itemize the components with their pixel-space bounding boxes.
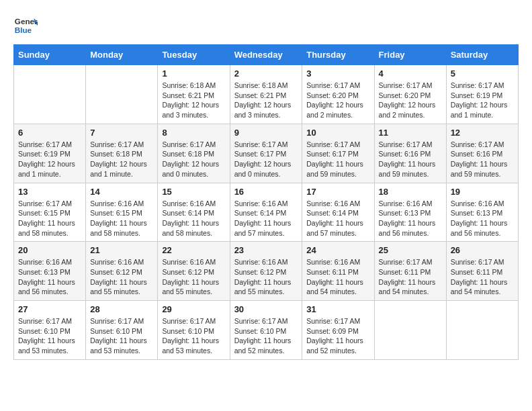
calendar-cell: 22Sunrise: 6:16 AM Sunset: 6:12 PM Dayli… — [158, 242, 230, 301]
calendar-cell: 12Sunrise: 6:17 AM Sunset: 6:16 PM Dayli… — [446, 124, 518, 183]
calendar-cell: 28Sunrise: 6:17 AM Sunset: 6:10 PM Dayli… — [86, 301, 158, 360]
day-detail: Sunrise: 6:16 AM Sunset: 6:12 PM Dayligh… — [234, 257, 298, 297]
day-number: 7 — [90, 128, 153, 138]
day-detail: Sunrise: 6:17 AM Sunset: 6:19 PM Dayligh… — [451, 81, 514, 120]
day-number: 20 — [18, 245, 81, 255]
day-number: 21 — [90, 245, 153, 255]
logo-icon: General Blue — [13, 13, 38, 38]
day-number: 17 — [306, 187, 369, 197]
weekday-header: Thursday — [302, 45, 374, 65]
calendar-cell: 24Sunrise: 6:16 AM Sunset: 6:11 PM Dayli… — [302, 242, 374, 301]
calendar-cell: 18Sunrise: 6:16 AM Sunset: 6:13 PM Dayli… — [374, 183, 446, 242]
day-detail: Sunrise: 6:18 AM Sunset: 6:21 PM Dayligh… — [162, 81, 225, 120]
day-number: 28 — [90, 304, 153, 314]
day-detail: Sunrise: 6:16 AM Sunset: 6:13 PM Dayligh… — [379, 199, 442, 238]
day-detail: Sunrise: 6:17 AM Sunset: 6:10 PM Dayligh… — [18, 316, 81, 356]
day-number: 2 — [234, 68, 298, 79]
day-number: 18 — [379, 187, 442, 197]
day-number: 1 — [162, 68, 225, 79]
calendar-cell: 10Sunrise: 6:17 AM Sunset: 6:17 PM Dayli… — [302, 124, 374, 183]
calendar-cell: 26Sunrise: 6:17 AM Sunset: 6:11 PM Dayli… — [446, 242, 518, 301]
calendar-cell: 9Sunrise: 6:17 AM Sunset: 6:17 PM Daylig… — [230, 124, 302, 183]
day-number: 30 — [234, 304, 298, 314]
day-detail: Sunrise: 6:17 AM Sunset: 6:16 PM Dayligh… — [451, 140, 514, 179]
day-number: 6 — [18, 128, 81, 138]
day-detail: Sunrise: 6:16 AM Sunset: 6:14 PM Dayligh… — [162, 199, 225, 238]
calendar-cell — [14, 65, 86, 124]
calendar-cell: 13Sunrise: 6:17 AM Sunset: 6:15 PM Dayli… — [14, 183, 86, 242]
day-number: 5 — [451, 68, 514, 79]
day-detail: Sunrise: 6:17 AM Sunset: 6:10 PM Dayligh… — [162, 316, 225, 356]
svg-text:Blue: Blue — [15, 26, 32, 34]
day-detail: Sunrise: 6:17 AM Sunset: 6:09 PM Dayligh… — [306, 316, 369, 356]
weekday-header: Wednesday — [230, 45, 302, 65]
calendar-cell: 30Sunrise: 6:17 AM Sunset: 6:10 PM Dayli… — [230, 301, 302, 360]
day-number: 15 — [162, 187, 225, 197]
day-detail: Sunrise: 6:17 AM Sunset: 6:10 PM Dayligh… — [90, 316, 153, 356]
weekday-header-row: SundayMondayTuesdayWednesdayThursdayFrid… — [14, 45, 519, 65]
day-detail: Sunrise: 6:17 AM Sunset: 6:16 PM Dayligh… — [379, 140, 442, 179]
day-number: 22 — [162, 245, 225, 255]
calendar-cell: 20Sunrise: 6:16 AM Sunset: 6:13 PM Dayli… — [14, 242, 86, 301]
day-number: 19 — [451, 187, 514, 197]
day-detail: Sunrise: 6:17 AM Sunset: 6:20 PM Dayligh… — [379, 81, 442, 120]
day-number: 4 — [379, 68, 442, 79]
day-number: 27 — [18, 304, 81, 314]
day-number: 8 — [162, 128, 225, 138]
weekday-header: Monday — [86, 45, 158, 65]
day-detail: Sunrise: 6:17 AM Sunset: 6:20 PM Dayligh… — [306, 81, 369, 120]
calendar-cell: 11Sunrise: 6:17 AM Sunset: 6:16 PM Dayli… — [374, 124, 446, 183]
calendar-cell: 31Sunrise: 6:17 AM Sunset: 6:09 PM Dayli… — [302, 301, 374, 360]
calendar-cell: 8Sunrise: 6:17 AM Sunset: 6:18 PM Daylig… — [158, 124, 230, 183]
day-detail: Sunrise: 6:16 AM Sunset: 6:12 PM Dayligh… — [90, 257, 153, 297]
day-number: 14 — [90, 187, 153, 197]
calendar-week-row: 13Sunrise: 6:17 AM Sunset: 6:15 PM Dayli… — [14, 183, 519, 242]
day-detail: Sunrise: 6:17 AM Sunset: 6:15 PM Dayligh… — [18, 199, 81, 238]
day-detail: Sunrise: 6:17 AM Sunset: 6:11 PM Dayligh… — [379, 257, 442, 297]
day-number: 3 — [306, 68, 369, 79]
day-detail: Sunrise: 6:16 AM Sunset: 6:13 PM Dayligh… — [451, 199, 514, 238]
day-detail: Sunrise: 6:16 AM Sunset: 6:14 PM Dayligh… — [234, 199, 298, 238]
weekday-header: Tuesday — [158, 45, 230, 65]
day-number: 9 — [234, 128, 298, 138]
day-detail: Sunrise: 6:16 AM Sunset: 6:14 PM Dayligh… — [306, 199, 369, 238]
calendar-cell: 4Sunrise: 6:17 AM Sunset: 6:20 PM Daylig… — [374, 65, 446, 124]
calendar-cell: 5Sunrise: 6:17 AM Sunset: 6:19 PM Daylig… — [446, 65, 518, 124]
calendar-cell: 15Sunrise: 6:16 AM Sunset: 6:14 PM Dayli… — [158, 183, 230, 242]
calendar-cell: 17Sunrise: 6:16 AM Sunset: 6:14 PM Dayli… — [302, 183, 374, 242]
calendar-cell: 7Sunrise: 6:17 AM Sunset: 6:18 PM Daylig… — [86, 124, 158, 183]
day-number: 16 — [234, 187, 298, 197]
weekday-header: Saturday — [446, 45, 518, 65]
day-detail: Sunrise: 6:17 AM Sunset: 6:10 PM Dayligh… — [234, 316, 298, 356]
day-number: 25 — [379, 245, 442, 255]
calendar-table: SundayMondayTuesdayWednesdayThursdayFrid… — [13, 44, 519, 360]
calendar-cell: 29Sunrise: 6:17 AM Sunset: 6:10 PM Dayli… — [158, 301, 230, 360]
calendar-cell: 25Sunrise: 6:17 AM Sunset: 6:11 PM Dayli… — [374, 242, 446, 301]
calendar-week-row: 27Sunrise: 6:17 AM Sunset: 6:10 PM Dayli… — [14, 301, 519, 360]
day-detail: Sunrise: 6:18 AM Sunset: 6:21 PM Dayligh… — [234, 81, 298, 120]
day-detail: Sunrise: 6:17 AM Sunset: 6:18 PM Dayligh… — [162, 140, 225, 179]
calendar-cell: 1Sunrise: 6:18 AM Sunset: 6:21 PM Daylig… — [158, 65, 230, 124]
day-number: 23 — [234, 245, 298, 255]
day-number: 31 — [306, 304, 369, 314]
calendar-cell: 16Sunrise: 6:16 AM Sunset: 6:14 PM Dayli… — [230, 183, 302, 242]
day-number: 26 — [451, 245, 514, 255]
day-detail: Sunrise: 6:17 AM Sunset: 6:19 PM Dayligh… — [18, 140, 81, 179]
day-detail: Sunrise: 6:17 AM Sunset: 6:17 PM Dayligh… — [306, 140, 369, 179]
calendar-cell — [446, 301, 518, 360]
day-number: 12 — [451, 128, 514, 138]
calendar-cell — [86, 65, 158, 124]
calendar-cell — [374, 301, 446, 360]
logo: General Blue — [13, 13, 38, 38]
day-number: 10 — [306, 128, 369, 138]
calendar-cell: 2Sunrise: 6:18 AM Sunset: 6:21 PM Daylig… — [230, 65, 302, 124]
calendar-cell: 27Sunrise: 6:17 AM Sunset: 6:10 PM Dayli… — [14, 301, 86, 360]
day-detail: Sunrise: 6:16 AM Sunset: 6:13 PM Dayligh… — [18, 257, 81, 297]
calendar-cell: 19Sunrise: 6:16 AM Sunset: 6:13 PM Dayli… — [446, 183, 518, 242]
day-detail: Sunrise: 6:16 AM Sunset: 6:12 PM Dayligh… — [162, 257, 225, 297]
day-detail: Sunrise: 6:16 AM Sunset: 6:11 PM Dayligh… — [306, 257, 369, 297]
day-number: 29 — [162, 304, 225, 314]
calendar-week-row: 20Sunrise: 6:16 AM Sunset: 6:13 PM Dayli… — [14, 242, 519, 301]
day-detail: Sunrise: 6:17 AM Sunset: 6:18 PM Dayligh… — [90, 140, 153, 179]
calendar-cell: 14Sunrise: 6:16 AM Sunset: 6:15 PM Dayli… — [86, 183, 158, 242]
